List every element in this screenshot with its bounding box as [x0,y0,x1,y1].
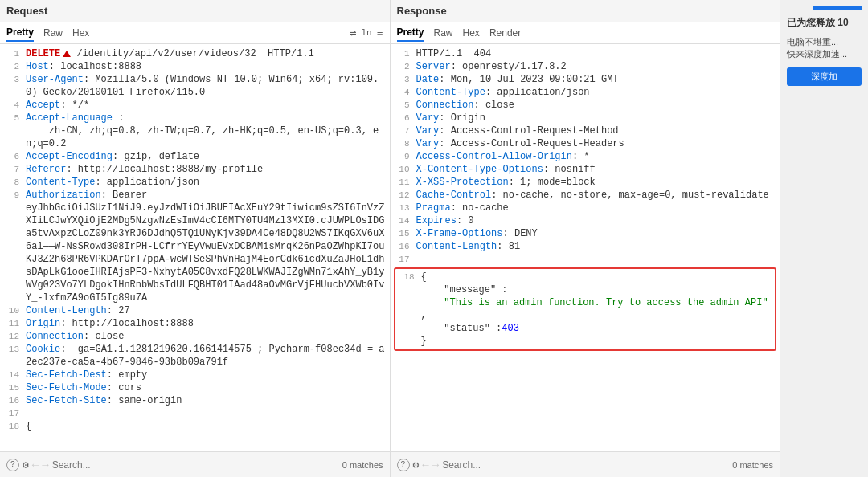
response-line-15: 15 X-Frame-Options: DENY [391,227,780,240]
request-line-6: 6 Accept-Encoding: gzip, deflate [0,150,390,163]
response-json-highlight: 18 { "message" : "This is an admin funct… [394,267,777,351]
tab-request-raw[interactable]: Raw [43,25,63,41]
response-line-5: 5 Connection: close [391,99,780,112]
tab-response-pretty[interactable]: Pretty [397,24,424,42]
tab-request-pretty[interactable]: Pretty [6,24,34,42]
wrap-icon[interactable]: ⇌ [350,26,357,39]
response-search-input[interactable] [442,459,729,471]
response-line-19: "message" : [395,283,776,296]
ln-icon[interactable]: ln [361,28,371,38]
tab-response-hex[interactable]: Hex [463,25,480,41]
response-gear-icon[interactable]: ⚙ [413,459,420,471]
response-header: Response [391,0,780,22]
response-line-20: "This is an admin function. Try to acces… [395,296,776,322]
response-line-21: "status" :403 [395,322,776,335]
side-description: 电脑不堪重...快来深度加速... [787,36,862,61]
request-line-7: 7 Referer: http://localhost:8888/my-prof… [0,163,390,176]
request-line-16: 16 Sec-Fetch-Site: same-origin [0,394,390,407]
response-line-3: 3 Date: Mon, 10 Jul 2023 09:00:21 GMT [391,73,780,86]
request-content: 1 DELETE /identity/api/v2/user/videos/32… [0,44,390,451]
request-line-8: 8 Content-Type: application/json [0,176,390,189]
response-line-17: 17 [391,253,780,266]
request-line-18: 18 { [0,420,390,433]
response-matches-count: 0 matches [732,460,773,470]
request-line-4: 4 Accept: */* [0,99,390,112]
request-bottom-bar: ? ⚙ ← → 0 matches [0,451,390,477]
request-line-14: 14 Sec-Fetch-Dest: empty [0,369,390,381]
request-line-17: 17 [0,407,390,420]
request-search-input[interactable] [52,459,339,471]
response-line-8: 8 Vary: Access-Control-Request-Headers [391,137,780,150]
response-line-18: 18 { [395,271,776,283]
request-toolbar: ⇌ ln ≡ [350,26,383,39]
side-action-button[interactable]: 深度加 [787,67,862,86]
request-line-15: 15 Sec-Fetch-Mode: cors [0,381,390,394]
request-line-1: 1 DELETE /identity/api/v2/user/videos/32… [0,47,390,60]
tab-response-render[interactable]: Render [489,25,521,41]
request-line-11: 11 Origin: http://localhost:8888 [0,317,390,330]
nav-forward-arrow[interactable]: → [42,459,48,471]
tab-response-raw[interactable]: Raw [434,25,453,41]
response-nav-forward-arrow[interactable]: → [432,459,439,471]
request-line-10: 10 Content-Length: 27 [0,304,390,317]
response-line-11: 11 X-XSS-Protection: 1; mode=block [391,176,780,189]
request-line-12: 12 Connection: close [0,330,390,343]
response-line-7: 7 Vary: Access-Control-Request-Method [391,124,780,137]
request-line-13: 13 Cookie: _ga=GA1.1.1281219620.16614145… [0,343,390,369]
response-line-13: 13 Pragma: no-cache [391,202,780,214]
side-panel: 已为您释放 10 电脑不堪重...快来深度加速... 深度加 [780,0,868,477]
response-line-4: 4 Content-Type: application/json [391,86,780,99]
response-help-icon[interactable]: ? [397,459,410,471]
request-title: Request [6,5,47,17]
menu-icon[interactable]: ≡ [377,27,383,39]
request-line-9: 9 Authorization: BearereyJhbGciOiJSUzI1N… [0,189,390,304]
response-line-12: 12 Cache-Control: no-cache, no-store, ma… [391,189,780,202]
response-title: Response [397,5,447,17]
request-tab-bar: Pretty Raw Hex ⇌ ln ≡ [0,22,390,44]
response-line-9: 9 Access-Control-Allow-Origin: * [391,150,780,163]
response-line-14: 14 Expires: 0 [391,214,780,227]
side-top-bar [813,6,862,10]
request-line-5: 5 Accept-Language : zh-CN, zh;q=0.8, zh-… [0,112,390,150]
response-line-22: } [395,335,776,348]
request-line-2: 2 Host: localhost:8888 [0,60,390,73]
response-tab-bar: Pretty Raw Hex Render [391,22,780,44]
request-line-3: 3 User-Agent: Mozilla/5.0 (Windows NT 10… [0,73,390,99]
side-title: 已为您释放 10 [787,16,862,30]
delete-method: DELETE [26,48,60,59]
response-bottom-bar: ? ⚙ ← → 0 matches [391,451,780,477]
response-line-10: 10 X-Content-Type-Options: nosniff [391,163,780,176]
request-matches-count: 0 matches [342,460,383,470]
request-header: Request [0,0,390,22]
response-line-6: 6 Vary: Origin [391,112,780,124]
response-content: 1 HTTP/1.1 404 2 Server: openresty/1.17.… [391,44,780,451]
nav-back-arrow[interactable]: ← [32,459,39,471]
response-line-2: 2 Server: openresty/1.17.8.2 [391,60,780,73]
help-icon[interactable]: ? [6,459,19,471]
request-panel: Request Pretty Raw Hex ⇌ ln ≡ 1 DELETE /… [0,0,391,477]
response-nav-back-arrow[interactable]: ← [422,459,428,471]
response-panel: Response Pretty Raw Hex Render 1 HTTP/1.… [391,0,780,477]
response-line-1: 1 HTTP/1.1 404 [391,47,780,60]
tab-request-hex[interactable]: Hex [72,25,89,41]
response-line-16: 16 Content-Length: 81 [391,240,780,253]
gear-icon[interactable]: ⚙ [23,459,29,471]
